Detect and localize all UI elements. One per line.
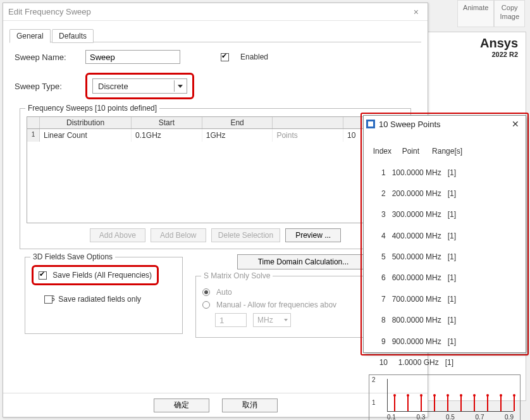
tab-defaults[interactable]: Defaults xyxy=(52,29,94,43)
table-row: 5 500.0000 MHz [1] xyxy=(369,252,456,261)
smatrix-manual-label: Manual - Allow for frequencies abov xyxy=(216,300,336,309)
sweep-chart: 2 1 0 0.1 0.3 0.5 0.7 0.9 Points [GHz] xyxy=(369,374,521,420)
chart-plot xyxy=(387,379,514,412)
cell-start[interactable]: 0.1GHz xyxy=(132,129,202,142)
col-distribution[interactable]: Distribution xyxy=(40,117,132,128)
sweep-grid[interactable]: Distribution Start End 1 Linear Count 0.… xyxy=(27,116,404,223)
save-fields-checkbox[interactable] xyxy=(39,271,47,280)
smatrix-auto-label: Auto xyxy=(216,288,232,297)
sweep-type-label: Sweep Type: xyxy=(15,82,78,91)
save-radiated-label: Save radiated fields only xyxy=(58,295,141,304)
popup-titlebar[interactable]: 10 Sweep Points ✕ xyxy=(364,116,526,132)
chart-stem xyxy=(514,395,515,412)
smatrix-legend: S Matrix Only Solve xyxy=(201,271,273,280)
smatrix-unit-combo[interactable]: MHz xyxy=(253,313,291,327)
col-start[interactable]: Start xyxy=(132,117,202,128)
dialog-titlebar[interactable]: Edit Frequency Sweep × xyxy=(3,3,428,21)
save-radiated-checkbox[interactable] xyxy=(44,295,52,304)
chart-stem xyxy=(421,395,422,412)
chart-xticks: 0.1 0.3 0.5 0.7 0.9 xyxy=(387,414,514,420)
chart-stem xyxy=(407,395,409,412)
chart-stem xyxy=(500,395,502,412)
sweep-points-table: Index Point Range[s] 1 100.0000 MHz [1] … xyxy=(369,136,521,368)
chevron-down-icon[interactable] xyxy=(174,80,185,92)
close-icon[interactable]: × xyxy=(410,6,422,18)
smatrix-auto-radio[interactable] xyxy=(202,288,210,296)
copy-image-line1: Copy xyxy=(500,3,519,12)
cell-end[interactable]: 1GHz xyxy=(202,129,273,142)
chart-stem xyxy=(474,395,475,412)
chart-stem xyxy=(447,395,448,412)
close-icon[interactable]: ✕ xyxy=(509,119,522,129)
fields-save-legend: 3D Fields Save Options xyxy=(30,252,115,261)
brand-version: 2022 R2 xyxy=(480,51,518,58)
sweep-name-label: Sweep Name: xyxy=(15,52,78,62)
cell-points-label[interactable]: Points xyxy=(273,129,343,142)
sweep-name-input[interactable] xyxy=(85,50,180,64)
chart-stem xyxy=(460,395,462,412)
table-row: 1 100.0000 MHz [1] xyxy=(369,168,456,177)
ribbon: Animate Copy Image xyxy=(457,0,525,27)
xtick: 0.5 xyxy=(446,414,455,420)
xtick: 0.1 xyxy=(387,414,396,420)
sweep-name-row: Sweep Name: Enabled xyxy=(15,50,416,64)
grid-header: Distribution Start End xyxy=(27,117,404,129)
sweep-type-value: Discrete xyxy=(98,82,128,91)
table-row: 9 900.0000 MHz [1] xyxy=(369,337,456,346)
table-row: 8 800.0000 MHz [1] xyxy=(369,316,456,324)
col-end[interactable]: End xyxy=(202,117,273,128)
table-row: 6 600.0000 MHz [1] xyxy=(369,273,456,282)
brand-block: Ansys 2022 R2 xyxy=(480,36,518,58)
cell-distribution[interactable]: Linear Count xyxy=(40,129,132,142)
table-row: 7 700.0000 MHz [1] xyxy=(369,295,456,304)
sweep-points-popup: 10 Sweep Points ✕ Index Point Range[s] 1… xyxy=(363,115,526,353)
animate-button[interactable]: Animate xyxy=(457,0,494,27)
grid-empty-area[interactable] xyxy=(27,142,404,223)
frequency-sweeps-group: Frequency Sweeps [10 points defined] Dis… xyxy=(20,108,411,249)
xtick: 0.7 xyxy=(476,414,484,420)
delete-selection-button[interactable]: Delete Selection xyxy=(211,228,280,242)
ok-button[interactable]: 确定 xyxy=(154,398,209,412)
table-row: 4 400.0000 MHz [1] xyxy=(369,232,456,240)
chart-stem xyxy=(434,395,435,412)
fields-save-group: 3D Fields Save Options Save Fields (All … xyxy=(25,257,183,334)
ytick: 2 xyxy=(372,376,376,383)
popup-title: 10 Sweep Points xyxy=(379,120,441,129)
enabled-checkbox[interactable] xyxy=(221,53,229,61)
cancel-button[interactable]: 取消 xyxy=(222,398,278,412)
tab-strip: General Defaults xyxy=(9,28,421,42)
xtick: 0.3 xyxy=(417,414,426,420)
popup-body: Index Point Range[s] 1 100.0000 MHz [1] … xyxy=(364,132,526,420)
add-below-button[interactable]: Add Below xyxy=(151,228,206,242)
copy-image-line2: Image xyxy=(500,12,519,21)
table-row[interactable]: 1 Linear Count 0.1GHz 1GHz Points 10 … xyxy=(27,129,404,142)
time-domain-button[interactable]: Time Domain Calculation... xyxy=(237,254,370,269)
grid-buttons: Add Above Add Below Delete Selection Pre… xyxy=(27,228,404,242)
smatrix-manual-radio[interactable] xyxy=(202,301,210,309)
copy-image-button[interactable]: Copy Image xyxy=(494,0,525,27)
sweep-type-combo[interactable]: Discrete xyxy=(92,78,187,94)
chart-stem xyxy=(487,395,488,412)
sweep-type-row: Sweep Type: Discrete xyxy=(15,73,416,99)
chart-stem xyxy=(394,395,395,412)
save-fields-label: Save Fields (All Frequencies) xyxy=(52,271,152,280)
table-header: Index Point Range[s] xyxy=(369,147,462,156)
dialog-title: Edit Frequency Sweep xyxy=(8,7,91,16)
xtick: 0.9 xyxy=(505,414,514,420)
smatrix-value-input[interactable] xyxy=(215,313,247,327)
app-icon xyxy=(366,120,375,128)
row-number: 1 xyxy=(27,129,40,142)
table-row: 10 1.0000 GHz [1] xyxy=(369,358,453,367)
enabled-label: Enabled xyxy=(240,52,268,61)
add-above-button[interactable]: Add Above xyxy=(90,228,145,242)
lower-section: 3D Fields Save Options Save Fields (All … xyxy=(15,253,416,338)
ytick: 1 xyxy=(372,399,376,406)
table-row: 2 200.0000 MHz [1] xyxy=(369,189,456,198)
col-points[interactable] xyxy=(273,117,343,128)
preview-button[interactable]: Preview ... xyxy=(285,228,341,242)
brand-name: Ansys xyxy=(480,36,518,51)
tab-general[interactable]: General xyxy=(9,29,51,43)
frequency-sweeps-legend: Frequency Sweeps [10 points defined] xyxy=(25,104,159,113)
table-row: 3 300.0000 MHz [1] xyxy=(369,210,456,219)
